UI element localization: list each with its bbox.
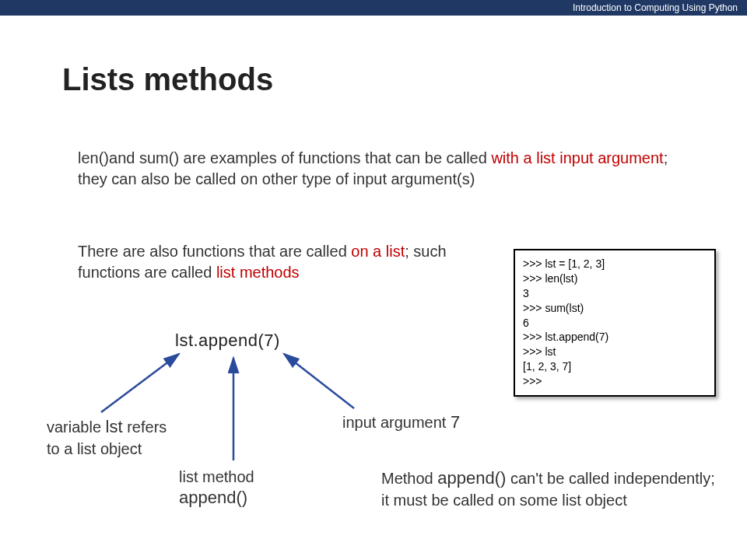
text-and: and	[109, 149, 135, 166]
label-argument: input argument 7	[342, 412, 514, 432]
page-title: Lists methods	[62, 62, 273, 97]
svg-line-2	[284, 354, 354, 408]
lv-b: lst	[106, 417, 123, 436]
course-label: Introduction to Computing Using Python	[573, 2, 738, 13]
header-bar: Introduction to Computing Using Python	[0, 0, 747, 16]
center-expression: lst.append(7)	[175, 331, 280, 351]
p2-t1: There are also functions that are called	[78, 243, 351, 260]
note-m: append()	[437, 468, 506, 488]
len-func: len()	[78, 149, 109, 166]
highlight-input-arg: with a list input argument	[491, 149, 663, 166]
label-variable: variable lst refers to a list object	[47, 416, 171, 459]
svg-line-0	[101, 354, 179, 412]
la-b: 7	[451, 412, 460, 432]
la-a: input argument	[342, 414, 451, 431]
lm-a: list method	[179, 468, 254, 485]
label-method: list method append()	[179, 467, 335, 509]
text-rest1: are examples of functions that can be ca…	[179, 149, 491, 166]
p2-h2: list methods	[216, 264, 300, 281]
note-append: Method append() can't be called independ…	[381, 467, 716, 511]
note-t1: Method	[381, 470, 437, 487]
lv-a: variable	[47, 418, 106, 436]
sum-func: sum()	[139, 149, 179, 166]
lm-b: append()	[179, 488, 247, 507]
paragraph-intro: len()and sum() are examples of functions…	[78, 148, 677, 190]
p2-h1: on a list	[351, 243, 405, 260]
repl-code-box: >>> lst = [1, 2, 3] >>> len(lst) 3 >>> s…	[514, 249, 716, 397]
paragraph-methods: There are also functions that are called…	[78, 241, 482, 283]
